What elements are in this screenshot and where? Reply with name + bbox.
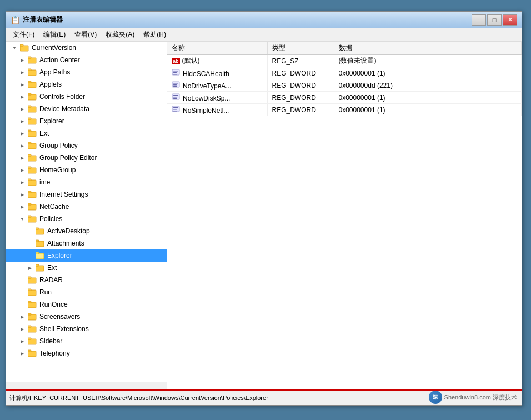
folder-icon-policies [27,214,37,223]
svg-rect-47 [28,326,31,327]
table-row[interactable]: ab(默认)REG_SZ(数值未设置) [167,55,522,67]
menu-bar: 文件(F) 编辑(E) 查看(V) 收藏夹(A) 帮助(H) [6,28,522,42]
tree-item-ext2[interactable]: Ext [6,262,167,274]
expander-ext2 [26,264,34,272]
tree-label-sidebar: Sidebar [39,337,62,345]
tree-item-radar[interactable]: RADAR [6,274,167,286]
tree-item-active-desktop[interactable]: ActiveDesktop [6,225,167,237]
right-panel: 名称 类型 数据 ab(默认)REG_SZ(数值未设置) HideSCAHeal… [167,42,522,389]
tree-item-controls-folder[interactable]: Controls Folder [6,91,167,103]
menu-favorites[interactable]: 收藏夹(A) [101,29,139,41]
maximize-button[interactable]: □ [487,14,502,26]
svg-rect-53 [173,71,178,72]
tree-panel: CurrentVersion Action Center [6,42,167,389]
tree-label-homegroup: HomeGroup [39,166,76,174]
svg-rect-3 [28,57,31,58]
svg-rect-13 [28,118,31,119]
folder-icon-ext [27,129,37,138]
tree-item-netcache[interactable]: NetCache [6,201,167,213]
svg-rect-25 [28,191,31,193]
tree-item-internet-settings[interactable]: Internet Settings [6,188,167,201]
tree-label-attachments: Attachments [47,239,84,247]
folder-icon-explorer-selected [35,251,45,260]
close-button[interactable]: ✕ [503,14,517,26]
tree-item-ext[interactable]: Ext [6,127,167,139]
svg-rect-22 [28,180,36,186]
tree-item-sidebar[interactable]: Sidebar [6,335,167,347]
svg-rect-57 [173,83,178,84]
svg-rect-9 [28,93,31,95]
reg-entry-type: REG_DWORD [267,79,334,92]
window-title: 注册表编辑器 [23,15,472,24]
expander-runonce [18,301,26,308]
folder-icon-internet-settings [27,190,37,199]
svg-rect-30 [36,229,44,234]
tree-item-run[interactable]: Run [6,286,167,298]
tree-item-group-policy[interactable]: Group Policy [6,139,167,152]
table-row[interactable]: NoSimpleNetl...REG_DWORD0x00000001 (1) [167,104,522,116]
tree-scroll[interactable]: CurrentVersion Action Center [6,42,167,382]
folder-icon-run [27,288,37,297]
tree-item-explorer[interactable]: Explorer [6,115,167,127]
tree-item-screensavers[interactable]: Screensavers [6,311,167,323]
expander-homegroup [18,166,26,174]
expander-ime [18,178,26,186]
svg-rect-40 [28,290,36,296]
svg-rect-46 [28,327,36,332]
col-header-name: 名称 [167,42,267,55]
svg-rect-48 [28,339,36,344]
tree-item-app-paths[interactable]: App Paths [6,66,167,78]
minimize-button[interactable]: — [472,14,486,26]
expander-internet-settings [18,191,26,198]
folder-icon-active-desktop [35,227,45,236]
menu-file[interactable]: 文件(F) [8,29,39,41]
svg-rect-27 [28,203,31,205]
folder-icon-telephony [27,349,37,358]
expander-controls-folder [18,93,26,101]
svg-rect-11 [28,106,31,107]
menu-edit[interactable]: 编辑(E) [39,29,70,41]
svg-rect-24 [28,192,36,198]
folder-icon-ime [27,178,37,187]
svg-rect-34 [36,253,44,259]
col-header-data: 数据 [334,42,522,55]
menu-view[interactable]: 查看(V) [70,29,101,41]
tree-item-runonce[interactable]: RunOnce [6,298,167,311]
table-row[interactable]: HideSCAHealthREG_DWORD0x00000001 (1) [167,67,522,79]
expander-app-paths [18,68,26,76]
tree-label-runonce: RunOnce [39,301,68,308]
table-row[interactable]: NoDriveTypeA...REG_DWORD0x000000dd (221) [167,79,522,92]
tree-item-shell-extensions[interactable]: Shell Extensions [6,323,167,335]
tree-label-run: Run [39,288,52,296]
tree-item-policies[interactable]: Policies [6,213,167,225]
tree-item-explorer-selected[interactable]: Explorer [6,249,167,262]
tree-item-telephony[interactable]: Telephony [6,347,167,359]
folder-icon-shell-extensions [27,324,37,333]
tree-horizontal-scrollbar[interactable] [6,382,167,389]
svg-rect-37 [36,264,39,266]
table-row[interactable]: NoLowDiskSp...REG_DWORD0x00000001 (1) [167,92,522,104]
svg-rect-8 [28,94,36,100]
tree-item-currentversion[interactable]: CurrentVersion [6,42,167,54]
tree-item-homegroup[interactable]: HomeGroup [6,164,167,176]
tree-item-group-policy-editor[interactable]: Group Policy Editor [6,152,167,164]
expander-active-desktop [26,227,34,235]
svg-rect-26 [28,204,36,210]
reg-entry-data: 0x000000dd (221) [334,79,522,92]
svg-rect-33 [36,240,39,242]
menu-help[interactable]: 帮助(H) [139,29,171,41]
reg-entry-type: REG_DWORD [267,92,334,104]
folder-icon-runonce [27,300,37,309]
tree-item-action-center[interactable]: Action Center [6,54,167,66]
tree-label-applets: Applets [39,81,62,88]
svg-rect-4 [28,70,36,76]
tree-label-active-desktop: ActiveDesktop [47,227,90,235]
tree-item-device-metadata[interactable]: Device Metadata [6,103,167,115]
tree-item-ime[interactable]: ime [6,176,167,188]
tree-item-applets[interactable]: Applets [6,78,167,91]
svg-rect-20 [28,168,36,173]
tree-label-app-paths: App Paths [39,68,70,76]
svg-rect-41 [28,289,31,291]
tree-item-attachments[interactable]: Attachments [6,237,167,249]
expander-currentversion [11,44,18,52]
